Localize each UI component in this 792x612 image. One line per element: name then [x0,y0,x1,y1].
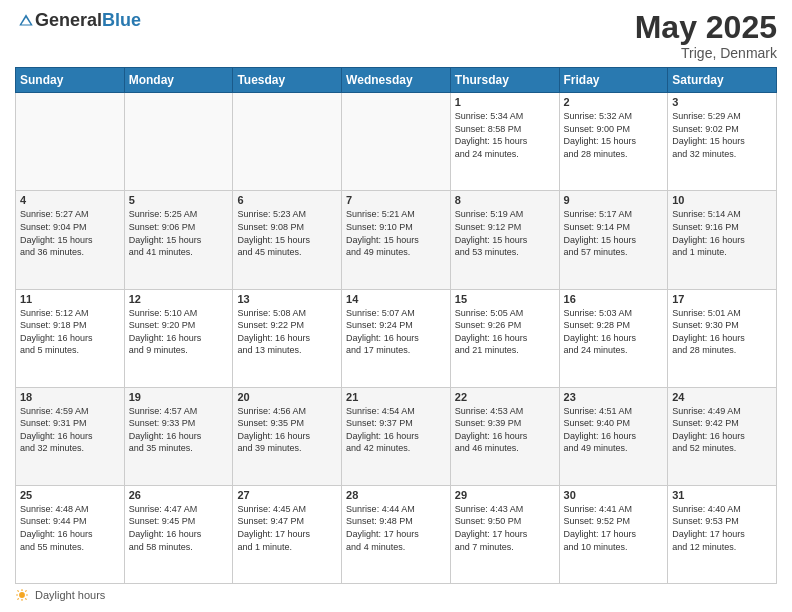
calendar-cell: 16Sunrise: 5:03 AM Sunset: 9:28 PM Dayli… [559,289,668,387]
calendar-cell: 31Sunrise: 4:40 AM Sunset: 9:53 PM Dayli… [668,485,777,583]
calendar-day-header: Sunday [16,68,125,93]
month-title: May 2025 [635,10,777,45]
cell-content: Sunrise: 5:14 AM Sunset: 9:16 PM Dayligh… [672,208,772,258]
calendar-day-header: Monday [124,68,233,93]
calendar-cell [233,93,342,191]
cell-content: Sunrise: 5:21 AM Sunset: 9:10 PM Dayligh… [346,208,446,258]
day-number: 26 [129,489,229,501]
logo-text: GeneralBlue [35,10,141,31]
cell-content: Sunrise: 4:47 AM Sunset: 9:45 PM Dayligh… [129,503,229,553]
cell-content: Sunrise: 4:54 AM Sunset: 9:37 PM Dayligh… [346,405,446,455]
cell-content: Sunrise: 4:40 AM Sunset: 9:53 PM Dayligh… [672,503,772,553]
calendar-cell: 20Sunrise: 4:56 AM Sunset: 9:35 PM Dayli… [233,387,342,485]
calendar-day-header: Thursday [450,68,559,93]
calendar-cell: 10Sunrise: 5:14 AM Sunset: 9:16 PM Dayli… [668,191,777,289]
calendar-cell: 14Sunrise: 5:07 AM Sunset: 9:24 PM Dayli… [342,289,451,387]
cell-content: Sunrise: 5:34 AM Sunset: 8:58 PM Dayligh… [455,110,555,160]
cell-content: Sunrise: 5:03 AM Sunset: 9:28 PM Dayligh… [564,307,664,357]
day-number: 30 [564,489,664,501]
cell-content: Sunrise: 5:23 AM Sunset: 9:08 PM Dayligh… [237,208,337,258]
calendar-week-row: 18Sunrise: 4:59 AM Sunset: 9:31 PM Dayli… [16,387,777,485]
calendar-cell: 11Sunrise: 5:12 AM Sunset: 9:18 PM Dayli… [16,289,125,387]
day-number: 4 [20,194,120,206]
cell-content: Sunrise: 4:44 AM Sunset: 9:48 PM Dayligh… [346,503,446,553]
cell-content: Sunrise: 5:07 AM Sunset: 9:24 PM Dayligh… [346,307,446,357]
svg-point-2 [19,592,25,598]
calendar-day-header: Friday [559,68,668,93]
calendar-table: SundayMondayTuesdayWednesdayThursdayFrid… [15,67,777,584]
calendar-cell: 6Sunrise: 5:23 AM Sunset: 9:08 PM Daylig… [233,191,342,289]
day-number: 10 [672,194,772,206]
header: GeneralBlue May 2025 Trige, Denmark [15,10,777,61]
svg-line-7 [17,590,18,591]
day-number: 17 [672,293,772,305]
cell-content: Sunrise: 4:51 AM Sunset: 9:40 PM Dayligh… [564,405,664,455]
calendar-week-row: 1Sunrise: 5:34 AM Sunset: 8:58 PM Daylig… [16,93,777,191]
cell-content: Sunrise: 4:49 AM Sunset: 9:42 PM Dayligh… [672,405,772,455]
calendar-cell: 26Sunrise: 4:47 AM Sunset: 9:45 PM Dayli… [124,485,233,583]
day-number: 29 [455,489,555,501]
calendar-day-header: Tuesday [233,68,342,93]
day-number: 19 [129,391,229,403]
calendar-cell: 4Sunrise: 5:27 AM Sunset: 9:04 PM Daylig… [16,191,125,289]
daylight-label: Daylight hours [35,589,105,601]
cell-content: Sunrise: 4:48 AM Sunset: 9:44 PM Dayligh… [20,503,120,553]
calendar-cell: 24Sunrise: 4:49 AM Sunset: 9:42 PM Dayli… [668,387,777,485]
day-number: 14 [346,293,446,305]
cell-content: Sunrise: 4:57 AM Sunset: 9:33 PM Dayligh… [129,405,229,455]
cell-content: Sunrise: 4:59 AM Sunset: 9:31 PM Dayligh… [20,405,120,455]
calendar-cell: 28Sunrise: 4:44 AM Sunset: 9:48 PM Dayli… [342,485,451,583]
day-number: 21 [346,391,446,403]
cell-content: Sunrise: 5:12 AM Sunset: 9:18 PM Dayligh… [20,307,120,357]
day-number: 23 [564,391,664,403]
day-number: 24 [672,391,772,403]
day-number: 6 [237,194,337,206]
day-number: 3 [672,96,772,108]
cell-content: Sunrise: 5:32 AM Sunset: 9:00 PM Dayligh… [564,110,664,160]
svg-line-9 [25,590,26,591]
logo-general: General [35,10,102,30]
calendar-week-row: 11Sunrise: 5:12 AM Sunset: 9:18 PM Dayli… [16,289,777,387]
day-number: 27 [237,489,337,501]
cell-content: Sunrise: 4:53 AM Sunset: 9:39 PM Dayligh… [455,405,555,455]
logo: GeneralBlue [15,10,141,31]
cell-content: Sunrise: 5:05 AM Sunset: 9:26 PM Dayligh… [455,307,555,357]
calendar-cell: 27Sunrise: 4:45 AM Sunset: 9:47 PM Dayli… [233,485,342,583]
day-number: 1 [455,96,555,108]
calendar-cell: 9Sunrise: 5:17 AM Sunset: 9:14 PM Daylig… [559,191,668,289]
calendar-cell: 1Sunrise: 5:34 AM Sunset: 8:58 PM Daylig… [450,93,559,191]
calendar-cell: 12Sunrise: 5:10 AM Sunset: 9:20 PM Dayli… [124,289,233,387]
calendar-cell: 2Sunrise: 5:32 AM Sunset: 9:00 PM Daylig… [559,93,668,191]
cell-content: Sunrise: 5:10 AM Sunset: 9:20 PM Dayligh… [129,307,229,357]
calendar-cell: 19Sunrise: 4:57 AM Sunset: 9:33 PM Dayli… [124,387,233,485]
cell-content: Sunrise: 4:43 AM Sunset: 9:50 PM Dayligh… [455,503,555,553]
calendar-cell: 18Sunrise: 4:59 AM Sunset: 9:31 PM Dayli… [16,387,125,485]
calendar-cell: 8Sunrise: 5:19 AM Sunset: 9:12 PM Daylig… [450,191,559,289]
cell-content: Sunrise: 5:01 AM Sunset: 9:30 PM Dayligh… [672,307,772,357]
calendar-cell: 25Sunrise: 4:48 AM Sunset: 9:44 PM Dayli… [16,485,125,583]
calendar-cell: 3Sunrise: 5:29 AM Sunset: 9:02 PM Daylig… [668,93,777,191]
day-number: 5 [129,194,229,206]
title-block: May 2025 Trige, Denmark [635,10,777,61]
day-number: 7 [346,194,446,206]
day-number: 16 [564,293,664,305]
cell-content: Sunrise: 5:19 AM Sunset: 9:12 PM Dayligh… [455,208,555,258]
day-number: 28 [346,489,446,501]
day-number: 2 [564,96,664,108]
cell-content: Sunrise: 4:56 AM Sunset: 9:35 PM Dayligh… [237,405,337,455]
day-number: 13 [237,293,337,305]
calendar-cell: 23Sunrise: 4:51 AM Sunset: 9:40 PM Dayli… [559,387,668,485]
calendar-cell: 29Sunrise: 4:43 AM Sunset: 9:50 PM Dayli… [450,485,559,583]
cell-content: Sunrise: 5:25 AM Sunset: 9:06 PM Dayligh… [129,208,229,258]
calendar-day-header: Wednesday [342,68,451,93]
day-number: 18 [20,391,120,403]
calendar-cell: 21Sunrise: 4:54 AM Sunset: 9:37 PM Dayli… [342,387,451,485]
calendar-cell [342,93,451,191]
cell-content: Sunrise: 4:41 AM Sunset: 9:52 PM Dayligh… [564,503,664,553]
svg-line-10 [17,598,18,599]
calendar-cell: 30Sunrise: 4:41 AM Sunset: 9:52 PM Dayli… [559,485,668,583]
day-number: 25 [20,489,120,501]
calendar-cell: 13Sunrise: 5:08 AM Sunset: 9:22 PM Dayli… [233,289,342,387]
calendar-cell [16,93,125,191]
calendar-week-row: 4Sunrise: 5:27 AM Sunset: 9:04 PM Daylig… [16,191,777,289]
